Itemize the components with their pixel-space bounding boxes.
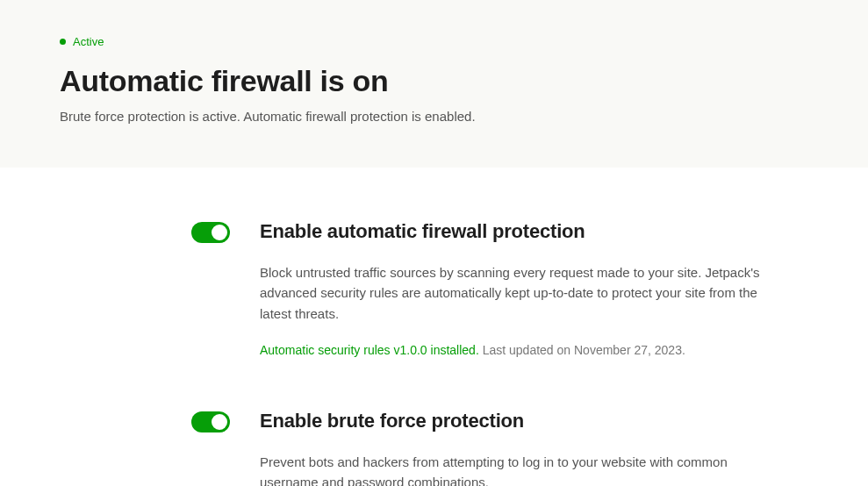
header-section: Active Automatic firewall is on Brute fo… [0, 0, 868, 168]
firewall-title: Enable automatic firewall protection [260, 220, 786, 243]
toggle-knob-icon [212, 414, 227, 430]
rules-installed-text: Automatic security rules v1.0.0 installe… [260, 343, 479, 357]
firewall-content: Enable automatic firewall protection Blo… [260, 220, 786, 357]
bruteforce-content: Enable brute force protection Prevent bo… [260, 410, 786, 486]
setting-bruteforce: Enable brute force protection Prevent bo… [60, 410, 808, 486]
status-dot-icon [60, 39, 66, 45]
settings-section: Enable automatic firewall protection Blo… [0, 168, 868, 486]
page-title: Automatic firewall is on [60, 64, 808, 98]
firewall-rules-status: Automatic security rules v1.0.0 installe… [260, 343, 786, 357]
setting-firewall: Enable automatic firewall protection Blo… [60, 220, 808, 357]
page-subtitle: Brute force protection is active. Automa… [60, 109, 808, 124]
rules-updated-text: Last updated on November 27, 2023. [479, 343, 685, 357]
firewall-toggle[interactable] [191, 222, 230, 243]
firewall-description: Block untrusted traffic sources by scann… [260, 262, 786, 324]
status-row: Active [60, 35, 808, 48]
toggle-knob-icon [212, 225, 227, 240]
bruteforce-toggle[interactable] [191, 411, 230, 432]
status-label: Active [73, 35, 104, 48]
bruteforce-title: Enable brute force protection [260, 410, 786, 432]
bruteforce-description: Prevent bots and hackers from attempting… [260, 452, 786, 486]
